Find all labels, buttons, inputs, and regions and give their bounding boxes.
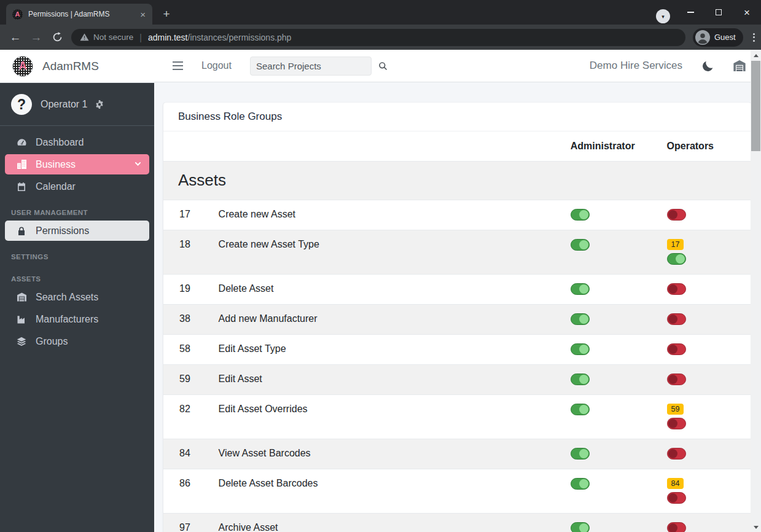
operators-toggle[interactable] [667, 522, 686, 532]
operators-toggle[interactable] [667, 492, 686, 504]
page-scrollbar[interactable] [751, 50, 761, 532]
permissions-table: Administrator Operators Assets 17Create … [163, 131, 751, 532]
operators-toggle[interactable] [667, 343, 686, 355]
forward-button[interactable]: → [26, 31, 47, 44]
permission-label: Delete Asset [219, 275, 571, 305]
operators-cell [667, 200, 751, 230]
operators-cell [667, 335, 751, 365]
sidebar-item-permissions[interactable]: Permissions [5, 221, 149, 241]
administrator-cell [571, 469, 667, 514]
operators-cell: 84 [667, 469, 751, 514]
administrator-toggle[interactable] [571, 283, 590, 295]
administrator-cell [571, 365, 667, 395]
administrator-toggle[interactable] [571, 448, 590, 460]
close-button[interactable]: × [733, 0, 761, 25]
sidebar-nav: Dashboard Business Calendar [0, 126, 154, 351]
app-navbar: Logout Demo Hire Services [154, 50, 761, 82]
browser-tab[interactable]: A Permissions | AdamRMS × [6, 4, 152, 25]
tab-close-icon[interactable]: × [138, 9, 147, 20]
operators-cell [667, 439, 751, 469]
sidebar-item-groups[interactable]: Groups [5, 331, 149, 351]
toggle-knob [668, 419, 677, 428]
permission-label: Edit Asset Overrides [219, 395, 571, 439]
permission-id: 59 [163, 365, 219, 395]
close-icon: × [744, 7, 750, 18]
search-box[interactable] [250, 57, 372, 76]
address-bar[interactable]: Not secure | admin.test/instances/permis… [71, 29, 685, 46]
administrator-cell [571, 275, 667, 305]
minimize-button[interactable] [676, 0, 704, 25]
sidebar-item-label: Manufacturers [36, 314, 98, 325]
profile-button[interactable]: Guest [693, 28, 743, 47]
operators-toggle[interactable] [667, 448, 686, 460]
operators-toggle[interactable] [667, 209, 686, 221]
section-title: Assets [163, 162, 751, 200]
toggle-knob [668, 449, 677, 458]
scroll-down-icon [754, 526, 759, 529]
toggle-knob [579, 240, 588, 249]
permission-label: Archive Asset [219, 514, 571, 532]
operators-toggle[interactable] [667, 418, 686, 429]
administrator-toggle[interactable] [571, 313, 590, 325]
sidebar-item-business[interactable]: Business [5, 154, 149, 174]
permission-row: 97Archive Asset [163, 514, 751, 532]
permission-row: 38Add new Manufacturer [163, 305, 751, 335]
sidebar-item-manufacturers[interactable]: Manufacturers [5, 309, 149, 329]
search-icon[interactable] [378, 61, 388, 71]
administrator-toggle[interactable] [571, 343, 590, 355]
scroll-down-button[interactable] [751, 522, 761, 532]
administrator-toggle[interactable] [571, 374, 590, 385]
search-input[interactable] [256, 61, 378, 71]
dependency-badge: 17 [667, 239, 684, 250]
administrator-toggle[interactable] [571, 478, 590, 490]
administrator-toggle[interactable] [571, 522, 590, 532]
operators-cell: 17 [667, 230, 751, 275]
window-controls: × [676, 0, 761, 25]
brand-name: AdamRMS [42, 60, 99, 73]
operators-cell [667, 275, 751, 305]
scrollbar-thumb[interactable] [751, 61, 760, 151]
operators-toggle[interactable] [667, 283, 686, 295]
section-row-assets: Assets [163, 162, 751, 200]
back-button[interactable]: ← [5, 31, 26, 44]
new-tab-button[interactable]: + [158, 6, 174, 22]
operators-toggle[interactable] [667, 253, 686, 265]
table-header-row: Administrator Operators [163, 131, 751, 162]
logout-link[interactable]: Logout [201, 60, 232, 71]
instance-assets-button[interactable] [733, 59, 746, 72]
operators-toggle[interactable] [667, 313, 686, 325]
operators-cell [667, 305, 751, 335]
administrator-toggle[interactable] [571, 404, 590, 415]
administrator-cell [571, 395, 667, 439]
lock-icon [15, 226, 28, 236]
user-name: Operator 1 [41, 99, 87, 110]
permission-id: 58 [163, 335, 219, 365]
layers-icon [15, 337, 28, 346]
sidebar-item-label: Calendar [36, 181, 76, 192]
brand[interactable]: A AdamRMS [0, 50, 154, 83]
toggle-knob [579, 284, 588, 294]
toggle-knob [668, 345, 677, 354]
maximize-button[interactable] [704, 0, 733, 25]
reload-icon [52, 32, 63, 42]
administrator-toggle[interactable] [571, 239, 590, 251]
not-secure-warning-icon [80, 33, 89, 42]
administrator-toggle[interactable] [571, 209, 590, 221]
chevron-down-icon [134, 159, 142, 170]
browser-menu-button[interactable] [748, 31, 760, 44]
sidebar-item-dashboard[interactable]: Dashboard [5, 132, 149, 152]
operators-toggle[interactable] [667, 374, 686, 385]
user-settings-gear-icon[interactable] [95, 100, 104, 109]
dark-mode-toggle[interactable] [702, 60, 714, 72]
tab-search-button[interactable]: ▾ [656, 9, 670, 23]
hamburger-menu-icon[interactable] [168, 58, 188, 74]
scroll-up-button[interactable] [751, 50, 761, 60]
reload-button[interactable] [47, 32, 68, 42]
url-path: /instances/permissions.php [188, 33, 292, 42]
warehouse-icon [15, 292, 28, 302]
toggle-knob [579, 210, 588, 219]
sidebar-item-search-assets[interactable]: Search Assets [5, 287, 149, 307]
toggle-knob [668, 493, 677, 503]
administrator-cell [571, 335, 667, 365]
sidebar-item-calendar[interactable]: Calendar [5, 176, 149, 197]
